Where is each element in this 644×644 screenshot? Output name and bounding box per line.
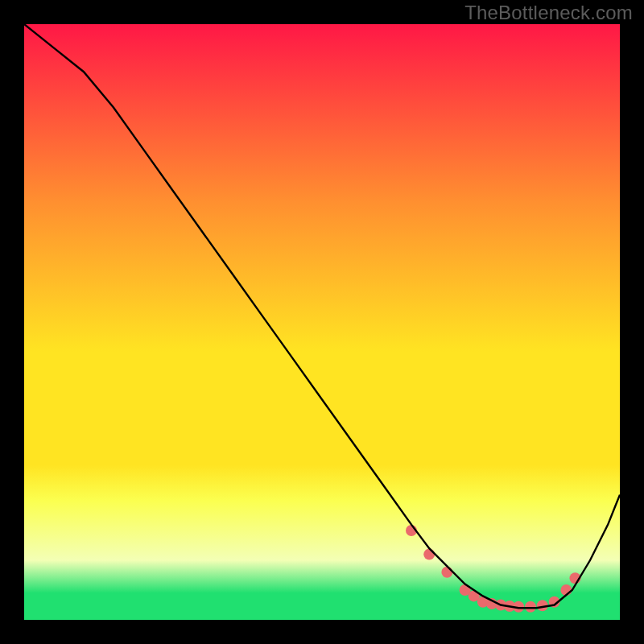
marker-dot — [423, 549, 435, 560]
marker-dot — [525, 601, 536, 613]
gradient-background — [24, 24, 620, 620]
bottleneck-chart — [0, 0, 644, 644]
chart-stage: TheBottleneck.com — [0, 0, 644, 644]
watermark-text: TheBottleneck.com — [464, 2, 633, 24]
marker-dot — [441, 567, 452, 578]
